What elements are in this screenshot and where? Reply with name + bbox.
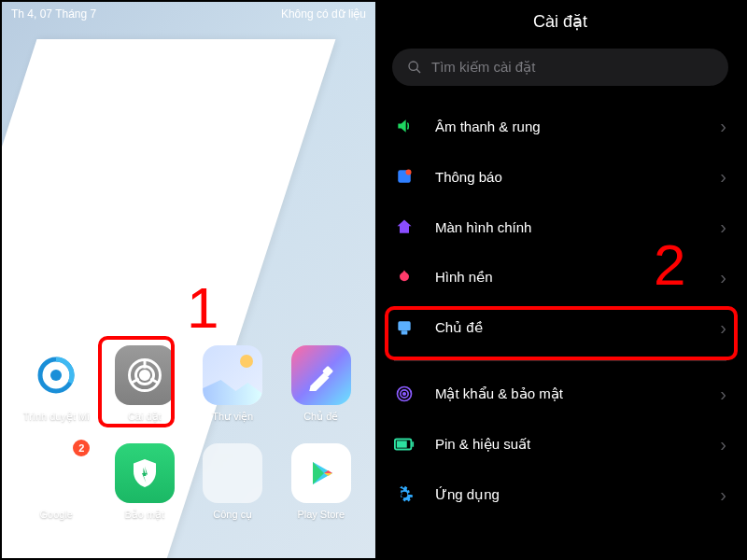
status-date: Th 4, 07 Tháng 7 bbox=[11, 7, 96, 21]
battery-icon bbox=[394, 434, 415, 455]
app-mi-browser[interactable]: Trình duyệt Mi bbox=[19, 345, 94, 423]
row-label: Pin & hiệu suất bbox=[435, 436, 720, 453]
chevron-right-icon: › bbox=[720, 116, 726, 137]
gallery-icon bbox=[203, 345, 262, 405]
home-icon bbox=[394, 217, 415, 237]
notification-badge: 2 bbox=[73, 440, 90, 456]
status-network: Không có dữ liệu bbox=[281, 7, 366, 21]
row-label: Ứng dụng bbox=[435, 486, 720, 503]
search-input[interactable]: Tìm kiếm cài đặt bbox=[392, 49, 728, 86]
wallpaper-icon bbox=[394, 267, 415, 287]
app-themes[interactable]: Chủ đề bbox=[284, 345, 359, 423]
app-label: Play Store bbox=[297, 509, 345, 520]
app-google-folder[interactable]: 2 Google bbox=[19, 443, 94, 521]
app-label: Google bbox=[40, 509, 73, 520]
row-label: Âm thanh & rung bbox=[435, 119, 720, 134]
chevron-right-icon: › bbox=[720, 484, 726, 506]
settings-row-security[interactable]: Mật khẩu & bảo mật › bbox=[375, 369, 745, 419]
svg-rect-25 bbox=[412, 441, 414, 447]
svg-point-14 bbox=[409, 62, 417, 70]
fingerprint-icon bbox=[394, 384, 415, 404]
folder-icon: 2 bbox=[26, 443, 86, 503]
settings-row-sound[interactable]: Âm thanh & rung › bbox=[375, 101, 745, 151]
settings-screen: Cài đặt Tìm kiếm cài đặt Âm thanh & rung… bbox=[375, 2, 745, 558]
gear-icon bbox=[394, 484, 415, 505]
security-icon bbox=[115, 443, 175, 503]
app-play-store[interactable]: Play Store bbox=[284, 443, 359, 521]
app-label: Trình duyệt Mi bbox=[23, 411, 90, 423]
app-label: Thư viện bbox=[212, 411, 253, 423]
annotation-step-2: 2 bbox=[654, 231, 685, 298]
svg-point-1 bbox=[50, 370, 62, 381]
app-tools-folder[interactable]: Công cụ bbox=[195, 443, 271, 521]
annotation-highlight-1 bbox=[98, 336, 175, 427]
app-label: Bảo mật bbox=[124, 509, 164, 521]
settings-row-notifications[interactable]: Thông báo › bbox=[375, 151, 745, 202]
chevron-right-icon: › bbox=[720, 217, 726, 238]
settings-row-apps[interactable]: Ứng dụng › bbox=[375, 469, 745, 520]
chevron-right-icon: › bbox=[720, 434, 726, 455]
chevron-right-icon: › bbox=[720, 267, 726, 288]
svg-point-17 bbox=[406, 170, 412, 175]
search-icon bbox=[407, 60, 422, 75]
annotation-highlight-2 bbox=[385, 306, 738, 360]
svg-rect-24 bbox=[397, 441, 407, 447]
app-label: Công cụ bbox=[213, 509, 252, 521]
svg-line-15 bbox=[416, 69, 420, 73]
app-gallery[interactable]: Thư viện bbox=[195, 345, 271, 423]
folder-icon bbox=[203, 443, 262, 503]
app-security[interactable]: Bảo mật bbox=[107, 443, 183, 521]
themes-icon bbox=[291, 345, 351, 405]
sound-icon bbox=[394, 116, 415, 136]
search-placeholder: Tìm kiếm cài đặt bbox=[431, 59, 535, 76]
notification-icon bbox=[394, 166, 415, 187]
annotation-step-1: 1 bbox=[187, 274, 218, 341]
chevron-right-icon: › bbox=[720, 166, 726, 188]
page-title: Cài đặt bbox=[375, 11, 745, 32]
play-store-icon bbox=[291, 443, 351, 503]
browser-icon bbox=[26, 345, 86, 405]
settings-row-wallpaper[interactable]: Hình nền › bbox=[375, 252, 745, 302]
svg-point-22 bbox=[403, 393, 406, 396]
app-label: Chủ đề bbox=[303, 411, 338, 423]
divider bbox=[394, 360, 726, 361]
status-bar: Th 4, 07 Tháng 7 Không có dữ liệu bbox=[2, 2, 375, 26]
chevron-right-icon: › bbox=[720, 384, 726, 405]
settings-row-battery[interactable]: Pin & hiệu suất › bbox=[375, 419, 745, 469]
settings-row-homescreen[interactable]: Màn hình chính › bbox=[375, 202, 745, 252]
row-label: Thông báo bbox=[435, 169, 720, 185]
row-label: Mật khẩu & bảo mật bbox=[435, 385, 720, 402]
app-grid: Trình duyệt Mi Cài đặt Thư viện Chủ đề 2 bbox=[2, 345, 375, 521]
